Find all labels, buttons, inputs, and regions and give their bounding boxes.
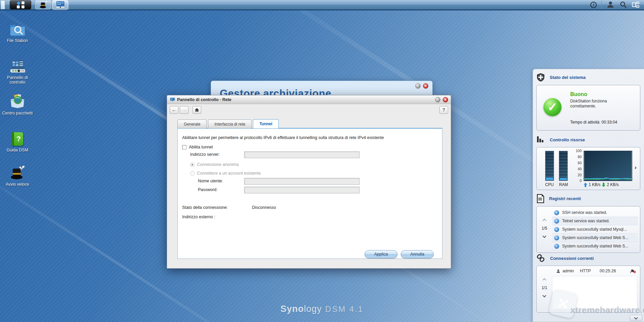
control-panel-task-button[interactable] (52, 0, 68, 9)
axis-tick: 40 (573, 167, 582, 171)
back-button[interactable]: ← (170, 106, 178, 114)
desktop-icon-file-station[interactable]: File Station (0, 21, 35, 43)
bar-chart-icon (536, 136, 545, 144)
resource-monitor-expand-chevron[interactable]: › (635, 164, 637, 171)
log-text: System successfully started Web S... (562, 244, 628, 248)
info-icon: i (554, 235, 559, 240)
home-button[interactable] (193, 106, 201, 114)
chain-link-icon (536, 254, 545, 263)
axis-tick: 0 (573, 179, 582, 183)
log-row[interactable]: iSystem successfully started Web S... (552, 242, 638, 250)
widget-title-resource-monitor: Controllo risorse (550, 137, 585, 142)
connections-pager: 1/1 (542, 285, 547, 290)
control-panel-window-icon (56, 1, 65, 9)
forward-arrow-icon: → (182, 107, 186, 112)
download-value: 2 KB/s (607, 182, 619, 187)
axis-tick: 100 (573, 149, 582, 153)
logs-page-down-chevron[interactable] (542, 234, 546, 238)
dialog-toolbar: ← → ? (167, 104, 451, 116)
health-description: DiskStation funziona correttamente. (570, 99, 621, 109)
tab-generale[interactable]: Generale (177, 120, 207, 128)
username-input[interactable] (244, 178, 360, 185)
ram-label: RAM (557, 182, 570, 187)
connection-status-label: Stato della connessione: (182, 205, 228, 210)
network-chart (584, 151, 632, 181)
desktop-icon-quick-start[interactable]: Avvio veloce (0, 165, 35, 187)
desktop-icon-control-panel[interactable]: Pannello di controllo (0, 58, 35, 85)
desktop-icon-label: Guida DSM (0, 148, 35, 152)
desktop-icon-package-center[interactable]: Centro pacchetti (0, 93, 35, 116)
log-row[interactable]: iSSH service was started. (552, 209, 638, 217)
tab-strip: Generale Interfaccia di rete Tunnel (177, 120, 279, 128)
log-list: iSSH service was started. iTelnet servic… (552, 209, 638, 250)
server-address-input[interactable] (244, 151, 360, 158)
control-panel-network-dialog[interactable]: Pannello di controllo - Rete ✕ ← → ? Gen… (167, 95, 451, 269)
info-icon[interactable]: i (590, 2, 597, 8)
connections-page-down-chevron[interactable] (542, 293, 546, 297)
close-button[interactable]: ✕ (423, 83, 428, 89)
ram-gauge (559, 151, 568, 181)
widget-title-connections: Connessioni correnti (550, 256, 594, 261)
control-panel-window-icon (170, 97, 175, 102)
forward-button[interactable]: → (180, 106, 189, 114)
taskbar-right-icons: i (590, 1, 644, 9)
cpu-label: CPU (543, 182, 556, 187)
close-button[interactable]: ✕ (443, 97, 448, 102)
panel-collapse-button[interactable] (630, 315, 642, 321)
enable-tunnel-checkbox[interactable] (182, 145, 186, 149)
resource-monitor-card: CPU RAM 100 80 60 40 20 0 1 KB/s 2 KB/s … (536, 147, 640, 190)
tunnel-tab-panel: Abilitare tunnel per permettere al proto… (177, 128, 442, 259)
search-icon[interactable] (619, 1, 627, 9)
quick-start-task-button[interactable] (35, 0, 51, 9)
log-row[interactable]: iTelnet service was started. (552, 217, 638, 225)
widget-title-recent-logs: Registri recenti (549, 196, 581, 201)
enable-tunnel-label: Abilita tunnel (189, 145, 213, 149)
desktop-icon-label: File Station (0, 38, 35, 43)
minimize-button[interactable] (435, 97, 440, 102)
connection-row[interactable]: admin HTTP 00:25:26 (552, 269, 638, 273)
connections-page-up-chevron[interactable] (542, 278, 546, 282)
desktop-icon-label: Pannello di controllo (0, 75, 35, 85)
tab-interfaccia-di-rete[interactable]: Interfaccia di rete (208, 120, 252, 128)
logo-version: DSM 4.1 (325, 305, 364, 314)
dsm-help-book-icon: ? (12, 132, 23, 146)
logo-regular-part: logy (304, 304, 322, 314)
disconnect-icon[interactable] (630, 269, 636, 273)
back-arrow-icon: ← (172, 107, 176, 112)
axis-tick: 60 (573, 161, 582, 165)
connection-status-value: Disconnesso (252, 205, 276, 210)
log-row[interactable]: iSystem successfully started Web S... (552, 234, 638, 242)
info-icon: i (554, 227, 559, 232)
password-input[interactable] (244, 187, 360, 193)
apply-button[interactable]: Applica (365, 250, 397, 258)
taskbar-divider (601, 1, 602, 9)
dialog-titlebar[interactable]: Pannello di controllo - Rete ✕ (167, 95, 451, 104)
chevron-down-icon (634, 316, 638, 319)
log-row[interactable]: iSystem successfully started Mysql... (552, 225, 638, 234)
desktop-icon-dsm-help[interactable]: ? Guida DSM (0, 130, 35, 152)
log-document-icon (536, 194, 544, 203)
upload-value: 1 KB/s (589, 182, 600, 187)
info-icon: i (554, 244, 559, 249)
connection-user: admin (562, 269, 574, 273)
existing-account-radio[interactable] (190, 171, 195, 176)
main-menu-button[interactable] (10, 0, 31, 9)
log-text: System successfully started Web S... (562, 235, 628, 240)
show-desktop-button[interactable] (1, 0, 5, 9)
x-glyph: ✕ (555, 293, 572, 314)
connection-protocol: HTTP (580, 269, 591, 273)
close-icon: ✕ (424, 84, 427, 88)
anonymous-connection-radio[interactable] (190, 163, 195, 167)
minimize-button[interactable] (415, 83, 421, 89)
logs-page-up-chevron[interactable] (542, 219, 546, 222)
axis-tick: 20 (573, 173, 582, 177)
magic-hat-icon (39, 0, 48, 9)
desktop-icon-label: Avvio veloce (0, 182, 35, 187)
pilot-view-icon[interactable] (632, 2, 639, 8)
magic-hat-icon (9, 165, 26, 180)
health-ok-icon: ✓ (543, 98, 561, 116)
tab-tunnel[interactable]: Tunnel (253, 119, 278, 128)
help-button[interactable]: ? (439, 106, 448, 114)
user-icon[interactable] (606, 1, 614, 9)
cancel-button[interactable]: Annulla (401, 250, 434, 258)
